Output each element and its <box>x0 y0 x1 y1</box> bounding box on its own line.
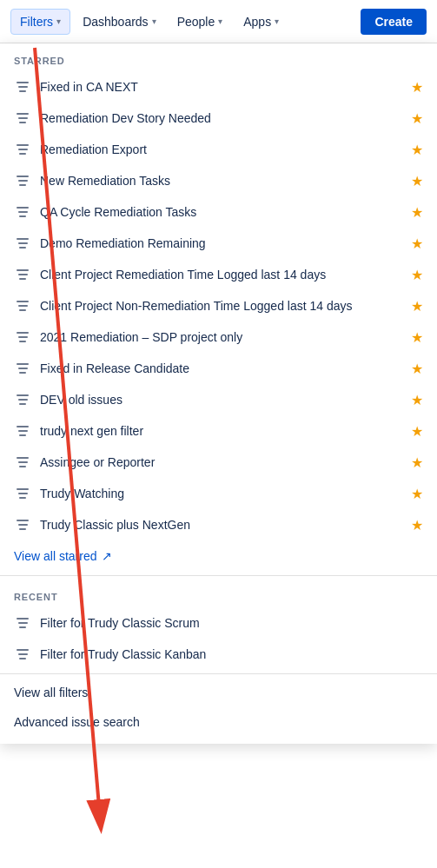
filter-item-label: Client Project Non-Remediation Time Logg… <box>40 299 404 313</box>
starred-filter-item[interactable]: 2021 Remediation – SDP project only ★ <box>0 321 437 353</box>
divider-2 <box>0 673 437 674</box>
filter-lines-icon <box>14 266 31 283</box>
view-all-filters-link[interactable]: View all filters <box>0 678 437 707</box>
starred-filter-item[interactable]: Fixed in CA NEXT ★ <box>0 71 437 103</box>
star-icon: ★ <box>411 329 423 346</box>
filter-lines-icon <box>14 297 31 315</box>
star-icon: ★ <box>411 454 423 471</box>
filter-lines-icon <box>14 235 31 252</box>
recent-filter-item[interactable]: Filter for Trudy Classic Kanban <box>0 639 437 670</box>
dashboards-button[interactable]: Dashboards ▾ <box>74 10 165 34</box>
starred-filter-item[interactable]: QA Cycle Remediation Tasks ★ <box>0 196 437 228</box>
starred-section-header: STARRED <box>0 43 437 71</box>
filter-lines-icon <box>14 391 31 408</box>
people-button[interactable]: People ▾ <box>169 10 232 34</box>
starred-filter-item[interactable]: Client Project Non-Remediation Time Logg… <box>0 290 437 321</box>
star-icon: ★ <box>411 173 423 189</box>
filter-item-label: 2021 Remediation – SDP project only <box>40 330 404 344</box>
star-icon: ★ <box>411 110 423 127</box>
star-icon: ★ <box>411 204 423 221</box>
advanced-search-link[interactable]: Advanced issue search <box>0 707 437 737</box>
dashboards-chevron: ▾ <box>152 17 156 26</box>
star-icon: ★ <box>411 517 423 533</box>
filter-item-label: Trudy Classic plus NextGen <box>40 518 404 532</box>
filter-item-label: Assingee or Reporter <box>40 455 404 469</box>
starred-filter-item[interactable]: Trudy Watching ★ <box>0 478 437 509</box>
create-button[interactable]: Create <box>361 9 427 35</box>
filter-lines-icon <box>14 516 31 533</box>
filter-item-label: Demo Remediation Remaining <box>40 236 404 250</box>
starred-filter-item[interactable]: Remediation Export ★ <box>0 134 437 165</box>
star-icon: ★ <box>411 267 423 283</box>
filter-item-label: Filter for Trudy Classic Kanban <box>40 647 423 661</box>
filter-lines-icon <box>14 141 31 158</box>
filter-item-label: Remediation Dev Story Needed <box>40 111 404 125</box>
dashboards-label: Dashboards <box>83 15 149 29</box>
star-icon: ★ <box>411 361 423 377</box>
starred-filter-item[interactable]: Fixed in Release Candidate ★ <box>0 353 437 384</box>
filter-lines-icon <box>14 328 31 346</box>
external-link-icon: ↗ <box>102 549 112 563</box>
starred-filter-item[interactable]: DEV old issues ★ <box>0 384 437 415</box>
starred-filter-item[interactable]: Client Project Remediation Time Logged l… <box>0 259 437 290</box>
filters-chevron: ▾ <box>56 17 61 26</box>
filter-item-label: trudy next gen filter <box>40 424 404 438</box>
apps-label: Apps <box>243 15 271 29</box>
star-icon: ★ <box>411 235 423 252</box>
filter-item-label: DEV old issues <box>40 393 404 407</box>
filter-lines-icon <box>14 485 31 502</box>
people-chevron: ▾ <box>218 17 222 26</box>
filter-item-label: Fixed in CA NEXT <box>40 80 404 94</box>
starred-filter-item[interactable]: Remediation Dev Story Needed ★ <box>0 103 437 134</box>
recent-list: Filter for Trudy Classic Scrum Filter fo… <box>0 607 437 670</box>
recent-section-header: RECENT <box>0 580 437 607</box>
filter-item-label: Filter for Trudy Classic Scrum <box>40 616 423 630</box>
star-icon: ★ <box>411 423 423 440</box>
filter-lines-icon <box>14 646 31 663</box>
filter-lines-icon <box>14 78 31 96</box>
top-nav: Filters ▾ Dashboards ▾ People ▾ Apps ▾ C… <box>0 0 437 43</box>
people-label: People <box>177 15 215 29</box>
star-icon: ★ <box>411 79 423 96</box>
starred-filter-item[interactable]: Assingee or Reporter ★ <box>0 447 437 478</box>
divider <box>0 575 437 576</box>
filter-lines-icon <box>14 172 31 189</box>
star-icon: ★ <box>411 298 423 315</box>
filter-item-label: Remediation Export <box>40 142 404 156</box>
filter-item-label: Trudy Watching <box>40 487 404 500</box>
starred-filter-item[interactable]: New Remediation Tasks ★ <box>0 165 437 196</box>
filters-button[interactable]: Filters ▾ <box>10 9 70 35</box>
star-icon: ★ <box>411 142 423 158</box>
filter-lines-icon <box>14 360 31 377</box>
filter-item-label: QA Cycle Remediation Tasks <box>40 205 404 219</box>
view-all-starred-link[interactable]: View all starred ↗ <box>0 540 437 572</box>
filters-label: Filters <box>20 15 53 29</box>
apps-button[interactable]: Apps ▾ <box>235 10 288 34</box>
filter-lines-icon <box>14 454 31 471</box>
filter-lines-icon <box>14 614 31 632</box>
starred-filter-item[interactable]: Trudy Classic plus NextGen ★ <box>0 509 437 540</box>
apps-chevron: ▾ <box>275 17 279 26</box>
filter-lines-icon <box>14 422 31 440</box>
starred-list: Fixed in CA NEXT ★ Remediation Dev Story… <box>0 71 437 540</box>
star-icon: ★ <box>411 486 423 502</box>
filter-item-label: New Remediation Tasks <box>40 174 404 188</box>
filter-item-label: Client Project Remediation Time Logged l… <box>40 268 404 282</box>
filter-item-label: Fixed in Release Candidate <box>40 361 404 375</box>
filter-lines-icon <box>14 203 31 221</box>
starred-filter-item[interactable]: Demo Remediation Remaining ★ <box>0 228 437 259</box>
recent-filter-item[interactable]: Filter for Trudy Classic Scrum <box>0 607 437 639</box>
starred-filter-item[interactable]: trudy next gen filter ★ <box>0 415 437 447</box>
star-icon: ★ <box>411 392 423 408</box>
filters-dropdown: STARRED Fixed in CA NEXT ★ Remediation D… <box>0 43 437 744</box>
filter-lines-icon <box>14 109 31 127</box>
